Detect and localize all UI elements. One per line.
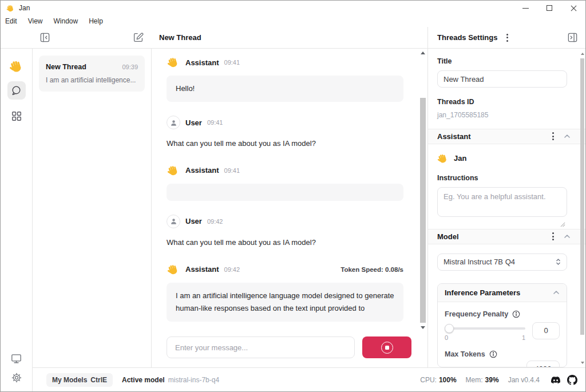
model-selected-value: Mistral Instruct 7B Q4 (444, 258, 515, 266)
system-monitor-button[interactable] (10, 353, 22, 365)
cpu-usage: CPU: 100% (420, 376, 456, 384)
message-text: What can you tell me about you as IA mod… (167, 138, 403, 150)
active-model-label: Active model (122, 376, 165, 384)
model-select[interactable]: Mistral Instruct 7B Q4 (437, 254, 567, 271)
close-icon (571, 5, 577, 11)
message-time: 09:42 (224, 266, 240, 273)
active-model-value: mistral-ins-7b-q4 (168, 376, 219, 384)
maximize-button[interactable] (537, 1, 561, 15)
message-author: Assistant (185, 265, 219, 274)
hand-avatar-icon (167, 56, 180, 69)
new-thread-button[interactable] (133, 32, 144, 43)
message-bubble: I am an artificial intelligence language… (167, 283, 403, 322)
app-logo-hand-icon (6, 4, 15, 13)
message-time: 09:42 (207, 218, 223, 225)
model-menu-button[interactable] (551, 231, 555, 241)
panel-scrollbar[interactable] (579, 50, 585, 366)
slider-knob[interactable] (445, 324, 454, 333)
thread-item-preview: I am an artificial intelligence... (46, 76, 138, 84)
nav-hub-button[interactable] (7, 107, 26, 125)
message-time: 09:41 (207, 119, 223, 126)
mem-value: 39% (485, 376, 499, 384)
slider-max: 1 (522, 334, 525, 341)
app-version: Jan v0.4.4 (508, 376, 540, 384)
minimize-button[interactable] (513, 1, 537, 15)
menu-window[interactable]: Window (53, 17, 78, 25)
scroll-up-arrow[interactable] (579, 50, 585, 57)
my-models-shortcut: CtrlE (90, 376, 107, 384)
window-title: Jan (19, 4, 30, 12)
panel-collapse-right-icon (567, 32, 578, 43)
discord-icon[interactable] (550, 375, 561, 385)
assistant-avatar (167, 56, 180, 69)
model-section-header[interactable]: Model (428, 229, 585, 244)
cpu-value: 100% (439, 376, 457, 384)
chevron-up-icon[interactable] (564, 134, 571, 138)
nav-chat-button[interactable] (7, 81, 26, 100)
threads-id-value: jan_1705585185 (437, 111, 567, 129)
mem-label: Mem: (466, 376, 483, 384)
left-ribbon (1, 49, 33, 391)
jan-hand-logo-icon (9, 59, 24, 74)
collapse-sidebar-button[interactable] (39, 32, 50, 43)
instructions-label: Instructions (437, 174, 567, 182)
chevron-up-icon[interactable] (553, 290, 560, 295)
stop-generation-button[interactable] (362, 336, 411, 358)
menu-edit[interactable]: Edit (5, 17, 17, 25)
max-tokens-label: Max Tokens (445, 350, 485, 358)
menubar: Edit View Window Help (1, 15, 585, 27)
assistant-section-header[interactable]: Assistant (428, 129, 585, 144)
frequency-penalty-value[interactable]: 0 (532, 322, 560, 339)
instructions-textarea[interactable] (437, 187, 567, 217)
assistant-menu-button[interactable] (551, 131, 555, 141)
scroll-up-arrow[interactable] (419, 49, 427, 57)
message-user: User 09:41 What can you tell me about yo… (167, 116, 403, 150)
message-time: 09:41 (224, 167, 240, 174)
thread-title-input[interactable] (437, 70, 567, 88)
close-button[interactable] (561, 1, 585, 15)
titlebar: Jan (1, 1, 585, 15)
frequency-penalty-slider[interactable] (445, 327, 525, 330)
threads-settings-menu-button[interactable] (505, 33, 509, 43)
title-label: Title (437, 57, 567, 65)
info-icon[interactable] (512, 310, 520, 318)
collapse-panel-button[interactable] (567, 32, 578, 43)
github-icon[interactable] (567, 375, 577, 385)
my-models-button[interactable]: My Models CtrlE (46, 373, 113, 387)
model-section-label: Model (437, 232, 459, 241)
thread-list-item[interactable]: New Thread 09:39 I am an artificial inte… (39, 56, 145, 92)
thread-item-title: New Thread (46, 63, 86, 71)
user-avatar (167, 215, 180, 228)
message-assistant: Assistant 09:41 (167, 164, 403, 201)
grid-apps-icon (11, 110, 22, 122)
slider-min: 0 (445, 334, 448, 341)
inference-parameters-header[interactable]: Inference Parameters (438, 284, 567, 302)
message-input[interactable] (167, 336, 355, 358)
assistant-hand-icon (437, 153, 449, 164)
message-text: What can you tell me about you as IA mod… (167, 237, 403, 249)
person-icon (169, 118, 179, 128)
menu-help[interactable]: Help (89, 17, 103, 25)
status-bar: My Models CtrlE Active model mistral-ins… (33, 367, 585, 391)
settings-button[interactable] (11, 372, 22, 383)
panel-scrollbar-thumb[interactable] (580, 58, 584, 335)
resize-grip-icon[interactable] (560, 222, 565, 227)
memory-usage: Mem: 39% (466, 376, 499, 384)
chat-thread-title: New Thread (159, 33, 201, 42)
menu-view[interactable]: View (28, 17, 43, 25)
chat-scrollbar[interactable] (419, 49, 427, 332)
message-author: Assistant (185, 58, 219, 67)
scroll-down-arrow[interactable] (419, 323, 427, 332)
cpu-label: CPU: (420, 376, 437, 384)
hand-avatar-icon (167, 263, 180, 276)
scroll-down-arrow[interactable] (579, 359, 585, 366)
max-tokens-value[interactable]: 4096 (526, 361, 560, 367)
chevron-up-icon[interactable] (564, 234, 571, 239)
thread-item-time: 09:39 (122, 64, 138, 70)
panel-collapse-left-icon (39, 32, 50, 43)
message-assistant: Assistant 09:42 Token Speed: 0.08/s I am… (167, 263, 403, 322)
monitor-icon (10, 353, 22, 365)
message-list: Assistant 09:41 Hello! User 09:41 W (152, 49, 427, 332)
chat-scrollbar-thumb[interactable] (420, 98, 426, 323)
info-icon[interactable] (489, 350, 497, 358)
